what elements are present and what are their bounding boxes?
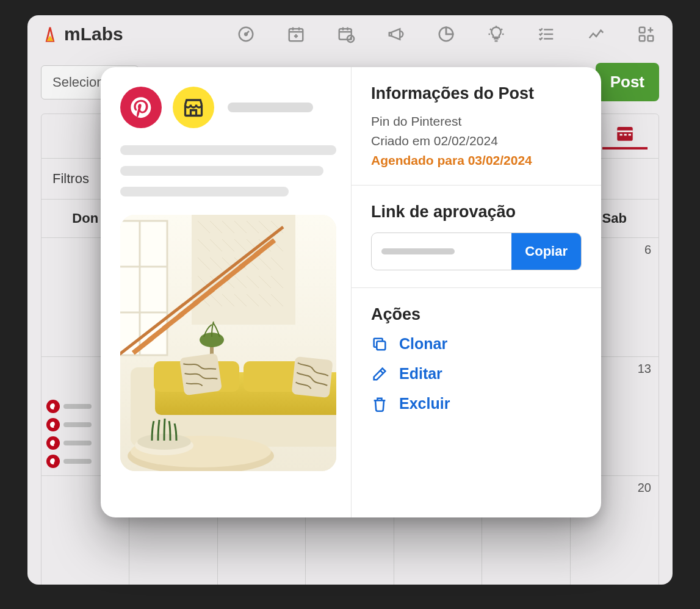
svg-rect-11 <box>629 134 631 135</box>
svg-rect-6 <box>639 36 644 41</box>
top-bar: mLabs <box>27 15 673 51</box>
actions-list: Clonar Editar Excluir <box>371 335 582 413</box>
modal-info-pane: Informações do Post Pin do Pinterest Cri… <box>351 67 601 517</box>
clone-label: Clonar <box>399 335 447 353</box>
checklist-icon[interactable] <box>536 24 557 45</box>
megaphone-icon[interactable] <box>386 24 406 45</box>
delete-action[interactable]: Excluir <box>371 395 582 413</box>
svg-rect-35 <box>292 356 333 398</box>
scheduled-date: Agendado para 03/02/2024 <box>371 153 582 168</box>
post-type: Pin do Pinterest <box>371 114 582 129</box>
event-pin[interactable] <box>46 400 92 413</box>
edit-action[interactable]: Editar <box>371 365 582 383</box>
text-line <box>120 187 289 196</box>
approval-title: Link de aprovação <box>371 203 582 222</box>
clone-icon <box>371 336 388 353</box>
create-post-button[interactable]: Post <box>596 63 659 101</box>
trend-icon[interactable] <box>586 24 607 45</box>
svg-point-1 <box>245 33 247 35</box>
cell-events <box>46 400 92 468</box>
section-approval: Link de aprovação Copiar <box>352 186 601 288</box>
actions-title: Ações <box>371 305 582 324</box>
clone-action[interactable]: Clonar <box>371 335 582 353</box>
event-pin[interactable] <box>46 455 92 468</box>
svg-rect-3 <box>339 29 351 40</box>
svg-rect-40 <box>377 341 385 350</box>
top-nav <box>236 24 657 45</box>
url-placeholder <box>381 248 455 254</box>
post-detail-modal: Informações do Post Pin do Pinterest Cri… <box>101 67 601 517</box>
svg-rect-9 <box>620 134 622 135</box>
modal-preview-pane <box>101 67 351 517</box>
post-accounts <box>120 87 336 128</box>
edit-icon <box>371 366 388 383</box>
svg-rect-8 <box>617 127 633 141</box>
edit-label: Editar <box>399 365 442 383</box>
svg-rect-10 <box>624 134 627 135</box>
brand-name: mLabs <box>64 24 123 45</box>
delete-label: Excluir <box>399 395 450 413</box>
copy-link-button[interactable]: Copiar <box>511 233 581 270</box>
text-line <box>120 166 323 176</box>
lightbulb-icon[interactable] <box>486 24 507 45</box>
calendar-plus-icon[interactable] <box>286 24 306 45</box>
shop-icon <box>173 87 214 128</box>
brand-icon <box>41 25 59 43</box>
gauge-icon[interactable] <box>236 24 256 45</box>
event-pin[interactable] <box>46 436 92 450</box>
cell-number: 6 <box>644 243 651 257</box>
section-actions: Ações Clonar Editar Excluir <box>352 288 601 430</box>
calendar-clock-icon[interactable] <box>336 24 356 45</box>
created-date: Criado em 02/02/2024 <box>371 134 582 148</box>
cell-number: 20 <box>638 481 651 495</box>
info-title: Informações do Post <box>371 84 582 103</box>
post-image-preview <box>120 215 336 471</box>
approval-url-field[interactable] <box>372 233 511 270</box>
cell-number: 13 <box>638 362 651 376</box>
delete-icon <box>371 395 388 413</box>
apps-plus-icon[interactable] <box>636 24 657 45</box>
calendar-view-active[interactable] <box>602 123 648 150</box>
svg-rect-5 <box>639 27 644 33</box>
approval-link-row: Copiar <box>371 232 582 270</box>
pie-chart-icon[interactable] <box>436 24 456 45</box>
section-info: Informações do Post Pin do Pinterest Cri… <box>352 67 601 186</box>
event-pin[interactable] <box>46 418 92 431</box>
text-line <box>120 145 336 155</box>
pinterest-icon <box>120 87 162 128</box>
account-name-placeholder <box>228 103 313 112</box>
svg-rect-7 <box>648 36 653 41</box>
post-text-placeholder <box>120 145 336 196</box>
brand-logo: mLabs <box>41 24 123 45</box>
